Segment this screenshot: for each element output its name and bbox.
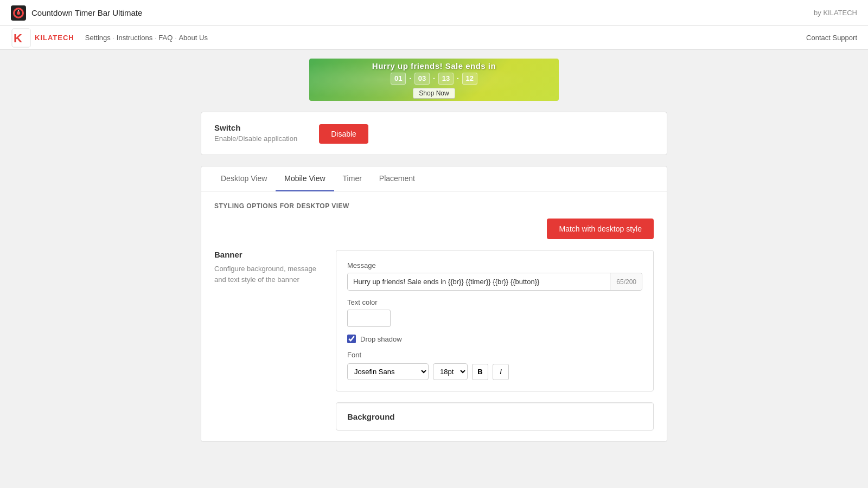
timer-minutes: 03	[414, 73, 430, 85]
font-size-select[interactable]: 18pt	[433, 363, 468, 380]
app-title: Countdown Timer Bar Ultimate	[31, 8, 142, 17]
svg-point-1	[17, 11, 20, 15]
nav-links: Settings · Instructions · FAQ · About Us	[85, 34, 208, 42]
disable-button[interactable]: Disable	[319, 124, 368, 144]
text-color-wrap: Text color	[347, 298, 642, 327]
background-section: Background	[214, 402, 654, 431]
banner-col-title: Banner	[214, 250, 323, 259]
section-label: STYLING OPTIONS FOR DESKTOP VIEW	[214, 202, 654, 210]
banner-preview: Hurry up friends! Sale ends in 01 · 03 ·…	[309, 59, 559, 101]
kilatech-logo-icon: K	[11, 28, 31, 48]
background-title: Background	[336, 403, 653, 430]
logo-text: KILATECH	[35, 34, 74, 42]
text-color-label: Text color	[347, 298, 642, 306]
nav-faq[interactable]: FAQ	[158, 34, 173, 42]
svg-text:K: K	[14, 31, 22, 45]
drop-shadow-row: Drop shadow	[347, 335, 642, 343]
top-bar: Countdown Timer Bar Ultimate by KILATECH	[0, 0, 868, 26]
char-count: 65/200	[610, 273, 642, 290]
tab-placement[interactable]: Placement	[371, 166, 424, 191]
switch-title: Switch	[214, 123, 297, 132]
main-content: Switch Enable/Disable application Disabl…	[190, 112, 678, 464]
tabs-body: STYLING OPTIONS FOR DESKTOP VIEW Match w…	[201, 191, 667, 441]
tab-mobile-view[interactable]: Mobile View	[276, 166, 334, 191]
font-label: Font	[347, 351, 642, 359]
switch-left: Switch Enable/Disable application	[214, 123, 297, 143]
match-desktop-style-button[interactable]: Match with desktop style	[547, 219, 654, 239]
tabs-panel: Desktop View Mobile View Timer Placement…	[201, 166, 667, 442]
background-two-col: Background	[214, 402, 654, 431]
match-btn-row: Match with desktop style	[214, 219, 654, 239]
font-section: Font Josefin Sans 18pt B I	[347, 351, 642, 380]
switch-description: Enable/Disable application	[214, 134, 297, 143]
banner-preview-wrap: Hurry up friends! Sale ends in 01 · 03 ·…	[0, 50, 868, 112]
message-input[interactable]	[348, 273, 610, 290]
bold-button[interactable]: B	[472, 364, 488, 380]
sub-nav: K KILATECH Settings · Instructions · FAQ…	[0, 26, 868, 50]
switch-section: Switch Enable/Disable application Disabl…	[201, 112, 667, 155]
app-icon	[11, 5, 26, 21]
timer-hours: 01	[391, 73, 406, 85]
top-bar-left: Countdown Timer Bar Ultimate	[11, 5, 142, 21]
timer-seconds-1: 13	[438, 73, 454, 85]
nav-settings[interactable]: Settings	[85, 34, 111, 42]
contact-support-link[interactable]: Contact Support	[806, 34, 857, 42]
italic-button[interactable]: I	[493, 364, 509, 380]
background-col-left	[214, 402, 323, 431]
nav-instructions[interactable]: Instructions	[117, 34, 152, 42]
banner-two-col: Banner Configure background, message and…	[214, 250, 654, 391]
nav-about[interactable]: About Us	[178, 34, 207, 42]
tabs-header: Desktop View Mobile View Timer Placement	[201, 166, 667, 191]
timer-seconds-2: 12	[462, 73, 477, 85]
svg-point-0	[14, 9, 23, 17]
background-col-right: Background	[336, 402, 654, 431]
logo: K KILATECH	[11, 28, 74, 48]
by-label: by KILATECH	[814, 9, 857, 17]
banner-col-desc: Configure background, message and text s…	[214, 264, 323, 285]
message-label: Message	[347, 261, 642, 269]
timer-row: 01 · 03 · 13 · 12	[391, 73, 477, 85]
font-family-select[interactable]: Josefin Sans	[347, 363, 429, 380]
drop-shadow-label: Drop shadow	[360, 335, 402, 343]
font-row: Josefin Sans 18pt B I	[347, 363, 642, 380]
banner-col-left: Banner Configure background, message and…	[214, 250, 323, 391]
message-input-wrap: 65/200	[347, 273, 642, 291]
banner-message: Hurry up friends! Sale ends in	[372, 61, 496, 70]
tab-timer[interactable]: Timer	[334, 166, 371, 191]
drop-shadow-checkbox[interactable]	[347, 335, 356, 343]
banner-shop-now-button[interactable]: Shop Now	[413, 88, 455, 99]
tab-desktop-view[interactable]: Desktop View	[212, 166, 276, 191]
text-color-input[interactable]	[347, 310, 391, 327]
banner-col-right: Message 65/200 Text color Drop shadow	[336, 250, 654, 391]
sub-nav-left: K KILATECH Settings · Instructions · FAQ…	[11, 28, 208, 48]
